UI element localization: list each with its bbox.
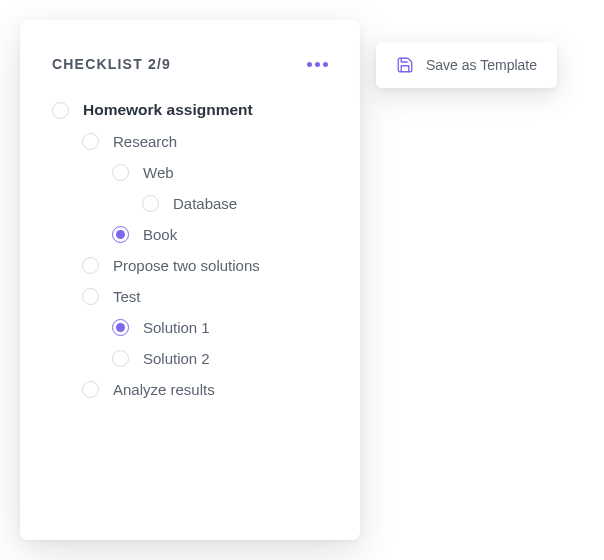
checklist-item: Research <box>52 126 332 157</box>
checklist-item: Solution 2 <box>52 343 332 374</box>
checklist-radio[interactable] <box>112 350 129 367</box>
checklist-item: Test <box>52 281 332 312</box>
checklist-item-label: Test <box>113 288 141 305</box>
dots-icon <box>307 62 312 67</box>
checklist-list: Homework assignmentResearchWebDatabaseBo… <box>52 94 332 405</box>
more-options-button[interactable] <box>303 58 332 71</box>
checklist-item: Solution 1 <box>52 312 332 343</box>
checklist-item-label: Book <box>143 226 177 243</box>
checklist-item-label: Research <box>113 133 177 150</box>
checklist-item-label: Database <box>173 195 237 212</box>
save-as-template-menu-item[interactable]: Save as Template <box>376 42 557 88</box>
checklist-item: Propose two solutions <box>52 250 332 281</box>
checklist-item-label: Solution 1 <box>143 319 210 336</box>
checklist-radio[interactable] <box>82 257 99 274</box>
checklist-item-label: Solution 2 <box>143 350 210 367</box>
checklist-card: CHECKLIST 2/9 Homework assignmentResearc… <box>20 20 360 540</box>
checklist-item: Database <box>52 188 332 219</box>
checklist-item: Homework assignment <box>52 94 332 126</box>
checklist-radio[interactable] <box>82 288 99 305</box>
dots-icon <box>315 62 320 67</box>
checklist-item: Book <box>52 219 332 250</box>
checklist-radio[interactable] <box>82 381 99 398</box>
checklist-item-label: Web <box>143 164 174 181</box>
checklist-radio[interactable] <box>82 133 99 150</box>
checklist-item-label: Propose two solutions <box>113 257 260 274</box>
checklist-radio[interactable] <box>112 164 129 181</box>
checklist-header: CHECKLIST 2/9 <box>52 56 332 72</box>
save-as-template-label: Save as Template <box>426 57 537 73</box>
save-icon <box>396 56 414 74</box>
checklist-item-label: Homework assignment <box>83 101 253 119</box>
checklist-radio[interactable] <box>52 102 69 119</box>
checklist-item-label: Analyze results <box>113 381 215 398</box>
checklist-item: Web <box>52 157 332 188</box>
checklist-radio[interactable] <box>112 226 129 243</box>
dots-icon <box>323 62 328 67</box>
checklist-radio[interactable] <box>142 195 159 212</box>
checklist-radio[interactable] <box>112 319 129 336</box>
checklist-item: Analyze results <box>52 374 332 405</box>
checklist-title: CHECKLIST 2/9 <box>52 56 171 72</box>
